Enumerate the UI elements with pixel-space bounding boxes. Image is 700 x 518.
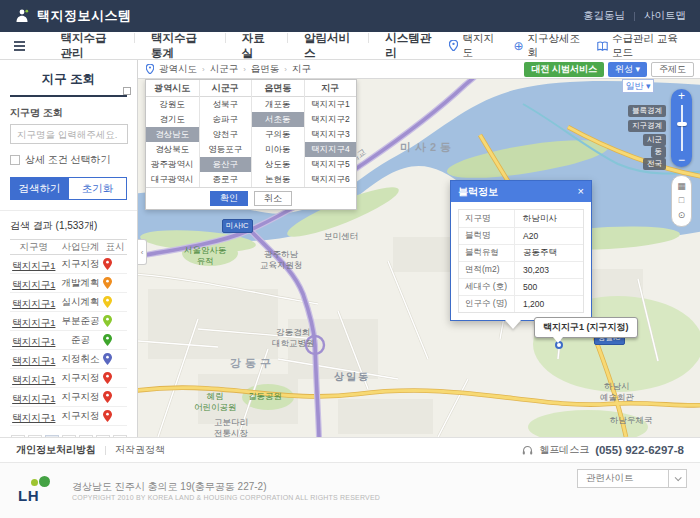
breadcrumb-sido[interactable]: 광역시도	[159, 63, 197, 76]
stage-label: 개발계획	[58, 277, 104, 290]
nav-item-system-mgmt[interactable]: 시스템관리	[368, 31, 449, 61]
field-value: A20	[515, 231, 583, 241]
region-option[interactable]: 대구광역시	[146, 172, 199, 187]
copyright-policy-link[interactable]: 저작권정책	[115, 443, 165, 457]
nav-item-supply-mgmt[interactable]: 택지수급관리	[43, 31, 134, 61]
region-option[interactable]: 미아동	[252, 142, 304, 157]
field-label: 세대수 (호)	[459, 279, 515, 295]
lh-logo[interactable]: LH	[18, 477, 62, 507]
marker-pin-icon[interactable]	[103, 277, 127, 289]
footer: LH 경상남도 진주시 충의로 19(충무공동 227-2) COPYRIGHT…	[0, 463, 700, 518]
region-option[interactable]: 택지지구5	[305, 157, 357, 172]
region-option[interactable]: 송파구	[200, 112, 252, 127]
field-value: 공동주택	[515, 247, 583, 259]
region-option[interactable]: 강원도	[146, 97, 199, 112]
area-select-icon[interactable]: □	[679, 196, 684, 205]
region-option-selected[interactable]: 용산구	[200, 157, 252, 172]
region-option[interactable]: 택지지구3	[305, 127, 357, 142]
user-name[interactable]: 홍길동님	[583, 9, 625, 23]
search-button[interactable]: 검색하기	[10, 177, 69, 200]
district-link[interactable]: 택지지구1	[12, 279, 55, 290]
marker-pin-icon[interactable]	[103, 410, 127, 422]
zoom-out-button[interactable]: −	[678, 153, 685, 167]
related-sites-select[interactable]: 관련사이트	[577, 469, 687, 488]
region-option[interactable]: 택지지구1	[305, 97, 357, 112]
privacy-policy-link[interactable]: 개인정보처리방침	[16, 443, 96, 457]
region-option[interactable]: 경상북도	[146, 142, 199, 157]
zoom-in-button[interactable]: +	[678, 89, 685, 103]
nav-item-library[interactable]: 자료실	[225, 31, 287, 61]
theme-map-button[interactable]: 주제도	[651, 62, 694, 77]
app-logo[interactable]: 택지정보시스템	[14, 7, 132, 25]
district-link[interactable]: 택지지구1	[12, 336, 55, 347]
roadview-icon[interactable]: ⊙	[678, 211, 686, 220]
marker-pin-icon[interactable]	[103, 258, 127, 270]
nav-item-notify-service[interactable]: 알림서비스	[287, 31, 368, 61]
nav-item-supply-stats[interactable]: 택지수급통계	[134, 31, 225, 61]
quick-link-land-map[interactable]: 택지지도	[449, 32, 497, 60]
close-icon[interactable]: ×	[578, 186, 584, 197]
reset-button[interactable]: 초기화	[69, 177, 127, 200]
region-option[interactable]: 개포동	[252, 97, 304, 112]
marker-pin-icon[interactable]	[103, 391, 127, 403]
region-option[interactable]: 상도동	[252, 157, 304, 172]
district-link[interactable]: 택지지구1	[12, 374, 55, 385]
base-layer-dropdown[interactable]: 일반 ▾	[622, 79, 654, 93]
col-marker: 표시	[103, 241, 127, 254]
region-option[interactable]: 종로구	[200, 172, 252, 187]
panel-collapse-icon[interactable]	[123, 87, 131, 95]
region-option[interactable]: 광주광역시	[146, 157, 199, 172]
region-option[interactable]: 영등포구	[200, 142, 252, 157]
region-option[interactable]: 성북구	[200, 97, 252, 112]
district-link[interactable]: 택지지구1	[12, 298, 55, 309]
quick-link-district-detail[interactable]: ⊕ 지구상세조회	[514, 32, 581, 60]
sidebar-collapse-handle[interactable]: ‹	[138, 239, 147, 265]
breadcrumb-dong[interactable]: 읍면동	[251, 63, 280, 76]
district-map-tooltip[interactable]: 택지지구1 (지구지정)	[534, 317, 638, 338]
helpdesk-phone: (055) 922-6297-8	[595, 444, 684, 456]
sitemap-link[interactable]: 사이트맵	[644, 9, 686, 23]
advanced-condition-checkbox[interactable]: 상세 조건 선택하기	[10, 153, 127, 167]
district-link[interactable]: 택지지구1	[12, 260, 55, 271]
district-link[interactable]: 택지지구1	[12, 355, 55, 366]
marker-pin-icon[interactable]	[103, 315, 127, 327]
confirm-button[interactable]: 확인	[210, 191, 248, 206]
related-sites-label: 관련사이트	[578, 472, 668, 485]
map-canvas[interactable]: 미사2동 강동구 서울암사동 유적 광주하남 교육지원청 보미센터 강동경희 대…	[138, 79, 700, 437]
region-option[interactable]: 양천구	[200, 127, 252, 142]
quick-link-education-mode[interactable]: 수급관리 교육모드	[597, 32, 686, 60]
district-link[interactable]: 택지지구1	[12, 317, 55, 328]
region-option[interactable]: 논현동	[252, 172, 304, 187]
district-link[interactable]: 택지지구1	[12, 412, 55, 423]
menu-hamburger-icon[interactable]	[14, 39, 25, 53]
region-option-selected[interactable]: 경상남도	[146, 127, 199, 142]
marker-pin-icon[interactable]	[103, 353, 127, 365]
region-option[interactable]: 택지지구6	[305, 172, 357, 187]
district-name-input[interactable]	[10, 124, 128, 144]
region-option-selected[interactable]: 택지지구4	[305, 142, 357, 157]
book-icon	[597, 41, 608, 51]
map-label-poi: 고분다리 전통시장	[214, 417, 248, 437]
region-option[interactable]: 택지지구2	[305, 112, 357, 127]
region-option-selected[interactable]: 서초동	[252, 112, 304, 127]
region-option[interactable]: 구의동	[252, 127, 304, 142]
popup-row: 블럭명A20	[459, 227, 583, 244]
map-area[interactable]: 광역시도› 시군구› 읍면동› 지구 대전 시범서비스 위성 ▾ 주제도 일반 …	[138, 60, 700, 437]
zoom-handle[interactable]	[677, 122, 687, 126]
stage-label: 지구지정	[58, 391, 104, 404]
breadcrumb-sigungu[interactable]: 시군구	[210, 63, 239, 76]
popup-row: 인구수 (명)1,200	[459, 295, 583, 312]
map-zoom-slider: + −	[671, 89, 692, 167]
checkbox-icon[interactable]	[10, 155, 20, 165]
breadcrumb-district[interactable]: 지구	[292, 63, 311, 76]
marker-pin-icon[interactable]	[103, 372, 127, 384]
cadastral-layer-icon[interactable]: ▦	[677, 182, 686, 191]
zoom-track[interactable]	[681, 105, 683, 151]
daejeon-pilot-service-button[interactable]: 대전 시범서비스	[524, 62, 604, 77]
district-link[interactable]: 택지지구1	[12, 393, 55, 404]
region-option[interactable]: 경기도	[146, 112, 199, 127]
cancel-button[interactable]: 취소	[254, 191, 292, 206]
marker-pin-icon[interactable]	[103, 296, 127, 308]
marker-pin-icon[interactable]	[103, 334, 127, 346]
satellite-toggle-button[interactable]: 위성 ▾	[608, 62, 647, 77]
